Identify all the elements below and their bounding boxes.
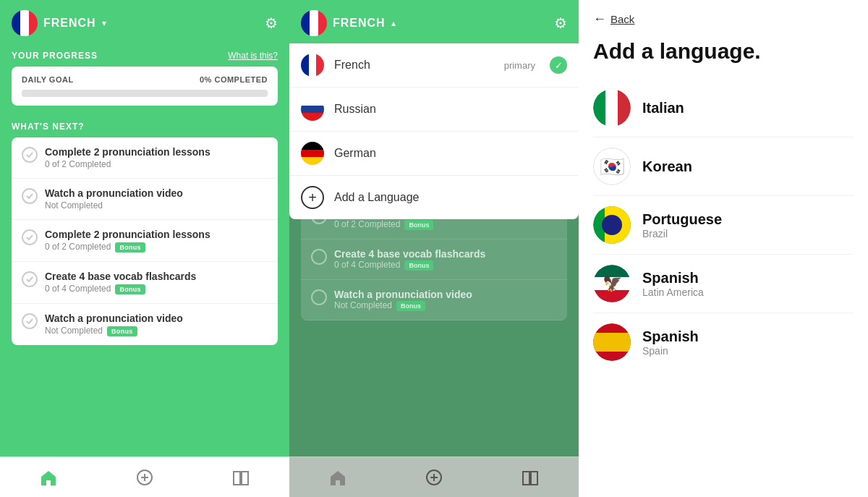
dropdown-list: French primary ✓ Russian German + Add a … — [289, 43, 579, 219]
language-option-sub: Latin America — [642, 286, 854, 298]
bonus-badge: Bonus — [107, 326, 137, 336]
faded-bonus-badge: Bonus — [396, 301, 425, 311]
task-item[interactable]: Complete 2 pronunciation lessons 0 of 2 … — [12, 220, 278, 262]
whats-next-title: WHAT'S NEXT? — [12, 122, 278, 132]
faded-task-subtitle: 0 of 4 CompletedBonus — [334, 260, 557, 271]
task-item[interactable]: Complete 2 pronunciation lessons 0 of 2 … — [12, 137, 278, 179]
task-check-icon — [22, 188, 38, 204]
task-check-icon — [22, 271, 38, 287]
task-item[interactable]: Watch a pronunciation video Not Complete… — [12, 304, 278, 345]
faded-task-content: Create 4 base vocab flashcards 0 of 4 Co… — [334, 248, 557, 271]
faded-task-content: Watch a pronunciation video Not Complete… — [334, 289, 557, 311]
panel2-home-button[interactable] — [329, 470, 346, 485]
dropdown-item-french-label: French — [334, 59, 494, 72]
task-title: Complete 2 pronunciation lessons — [45, 146, 268, 158]
task-title: Watch a pronunciation video — [45, 187, 268, 199]
language-option-name: Spanish — [642, 328, 854, 345]
task-check-icon — [22, 313, 38, 329]
task-content: Complete 2 pronunciation lessons 0 of 2 … — [45, 229, 268, 252]
chevron-down-icon: ▾ — [102, 18, 106, 28]
flag-german-small — [301, 142, 324, 165]
faded-task-subtitle: Not CompletedBonus — [334, 300, 557, 311]
language-info: Portuguese Brazil — [642, 211, 854, 239]
task-title: Complete 2 pronunciation lessons — [45, 229, 268, 240]
progress-title-row: YOUR PROGRESS What is this? — [12, 51, 278, 61]
language-info: Korean — [642, 158, 854, 175]
faded-task-subtitle: 0 of 2 CompletedBonus — [334, 219, 557, 230]
language-flag-portuguese — [593, 206, 631, 244]
task-subtitle: Not Completed — [45, 200, 268, 211]
french-flag — [12, 10, 38, 36]
language-option-spanish-4[interactable]: Spanish Spain — [593, 313, 854, 371]
task-subtitle: 0 of 2 Completed — [45, 159, 268, 169]
language-info: Spanish Spain — [642, 328, 854, 357]
dropdown-item-german[interactable]: German — [289, 132, 579, 176]
faded-task-title: Create 4 base vocab flashcards — [334, 248, 557, 260]
primary-label: primary — [504, 60, 535, 71]
task-title: Create 4 base vocab flashcards — [45, 271, 268, 282]
faded-bonus-badge: Bonus — [404, 260, 433, 271]
primary-check-icon: ✓ — [550, 56, 567, 74]
dropdown-item-russian[interactable]: Russian — [289, 88, 579, 132]
faded-bonus-badge: Bonus — [404, 220, 433, 230]
language-option-italian-0[interactable]: Italian — [593, 79, 854, 137]
language-info: Italian — [642, 100, 854, 116]
progress-bar-background — [22, 90, 268, 97]
faded-task-item: Watch a pronunciation video Not Complete… — [301, 280, 567, 320]
dropdown-lang-selector[interactable]: FRENCH ▴ — [301, 10, 396, 36]
whats-next-section: WHAT'S NEXT? — [0, 116, 289, 137]
task-item[interactable]: Watch a pronunciation video Not Complete… — [12, 179, 278, 220]
language-flag-italian — [593, 89, 631, 127]
task-subtitle: Not CompletedBonus — [45, 326, 268, 336]
whats-next-scroll[interactable]: Complete 2 pronunciation lessons 0 of 2 … — [0, 137, 289, 456]
panel2-add-button[interactable] — [425, 469, 443, 486]
language-flag-spanish-es — [593, 323, 631, 361]
task-subtitle: 0 of 4 CompletedBonus — [45, 284, 268, 294]
panel-1-main: FRENCH ▾ ⚙ YOUR PROGRESS What is this? D… — [0, 0, 289, 497]
progress-section: YOUR PROGRESS What is this? DAILY GOAL 0… — [0, 43, 289, 116]
language-name: FRENCH — [43, 17, 96, 30]
progress-card: DAILY GOAL 0% COMPLETED — [12, 67, 278, 106]
dropdown-item-add-label: Add a Language — [334, 191, 567, 204]
panel2-book-button[interactable] — [522, 469, 539, 486]
dropdown-gear-icon[interactable]: ⚙ — [554, 14, 567, 32]
add-language-icon: + — [301, 186, 324, 209]
task-content: Create 4 base vocab flashcards 0 of 4 Co… — [45, 271, 268, 294]
back-label: Back — [610, 13, 634, 25]
panel-2-dropdown: FRENCH ▴ ⚙ French primary ✓ Russian Germ… — [289, 0, 579, 497]
home-button[interactable] — [40, 470, 57, 485]
language-selector[interactable]: FRENCH ▾ — [12, 10, 106, 36]
language-flag-spanish-la: 🦅 — [593, 265, 631, 302]
language-option-sub: Spain — [642, 345, 854, 357]
back-arrow-icon: ← — [593, 12, 606, 27]
language-option-spanish-3[interactable]: 🦅 Spanish Latin America — [593, 255, 854, 313]
dropdown-item-russian-label: Russian — [334, 103, 567, 116]
progress-title: YOUR PROGRESS — [12, 51, 98, 61]
gear-icon[interactable]: ⚙ — [265, 14, 278, 32]
bonus-badge: Bonus — [115, 284, 145, 294]
language-option-korean-1[interactable]: 🇰🇷 Korean — [593, 137, 854, 196]
bonus-badge: Bonus — [115, 242, 145, 252]
task-title: Watch a pronunciation video — [45, 313, 268, 324]
panel-1-header: FRENCH ▾ ⚙ — [0, 0, 289, 43]
panel-2-footer — [289, 456, 579, 497]
language-list: Italian 🇰🇷 Korean Portuguese Brazil 🦅 Sp… — [579, 79, 868, 371]
dropdown-item-french[interactable]: French primary ✓ — [289, 43, 579, 88]
language-option-sub: Brazil — [642, 228, 854, 239]
dropdown-item-add-language[interactable]: + Add a Language — [289, 176, 579, 219]
language-flag-korean: 🇰🇷 — [593, 148, 631, 185]
language-info: Spanish Latin America — [642, 270, 854, 298]
faded-task-title: Watch a pronunciation video — [334, 289, 557, 300]
faded-task-check — [311, 289, 327, 305]
daily-goal-label: DAILY GOAL — [22, 75, 74, 84]
faded-task-check — [311, 249, 327, 265]
back-button[interactable]: ← Back — [579, 0, 868, 33]
language-dropdown: FRENCH ▴ ⚙ French primary ✓ Russian Germ… — [289, 0, 579, 219]
faded-task-item: Create 4 base vocab flashcards 0 of 4 Co… — [301, 239, 567, 280]
language-option-portuguese-2[interactable]: Portuguese Brazil — [593, 196, 854, 255]
what-is-this-link[interactable]: What is this? — [228, 51, 278, 61]
add-button[interactable] — [136, 469, 153, 486]
task-item[interactable]: Create 4 base vocab flashcards 0 of 4 Co… — [12, 262, 278, 304]
page-title: Add a language. — [579, 33, 868, 79]
book-button[interactable] — [232, 469, 250, 486]
